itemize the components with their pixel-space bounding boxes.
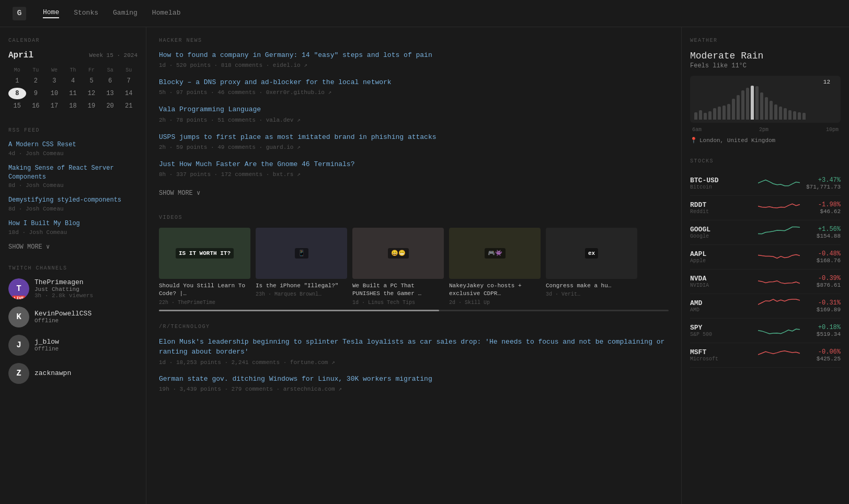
- hn-item-title[interactable]: Just How Much Faster Are the Gnome 46 Te…: [159, 160, 669, 169]
- rss-show-more[interactable]: SHOW MORE ∨: [8, 243, 50, 251]
- hn-item-meta: 1d · 520 points · 818 comments · eidel.i…: [159, 62, 669, 68]
- stock-item[interactable]: SPY S&P 500 +0.18% $519.34: [690, 319, 841, 343]
- twitch-channel-viewers: 3h · 2.8k viewers: [35, 292, 137, 299]
- twitch-channel-name: ThePrimeagen: [35, 278, 137, 286]
- video-thumbnail: IS IT WORTH IT?: [159, 228, 250, 279]
- hn-item-title[interactable]: Blocky – a DNS proxy and ad-blocker for …: [159, 78, 669, 87]
- calendar-day[interactable]: 7: [120, 75, 137, 87]
- calendar-day[interactable]: 1: [8, 75, 26, 87]
- calendar-day[interactable]: 6: [101, 75, 119, 87]
- calendar-day[interactable]: 10: [45, 88, 63, 99]
- stock-name: S&P 500: [690, 332, 754, 337]
- stock-item[interactable]: BTC-USD Bitcoin +3.47% $71,771.73: [690, 171, 841, 196]
- video-thumbnail: 😄😬: [352, 228, 444, 279]
- stock-change: -0.31%: [804, 299, 841, 307]
- video-title: Is the iPhone "Illegal?": [256, 282, 347, 290]
- calendar-day[interactable]: 15: [8, 100, 26, 112]
- twitch-channel-item[interactable]: K KevinPowellCSS Offline: [8, 307, 137, 327]
- rss-item-title[interactable]: Making Sense of React Server Components: [8, 164, 137, 182]
- twitch-channel-game: Just Chatting: [35, 286, 137, 292]
- stock-item[interactable]: MSFT Microsoft -0.06% $425.25: [690, 343, 841, 368]
- twitch-channel-item[interactable]: J j_blow Offline: [8, 335, 137, 356]
- video-thumbnail: ex: [546, 228, 637, 279]
- calendar-day[interactable]: 18: [64, 100, 82, 112]
- rss-item: A Modern CSS Reset 4d · Josh Comeau: [8, 140, 137, 157]
- nav-home[interactable]: Home: [43, 8, 59, 18]
- nav-homelab[interactable]: Homelab: [152, 9, 181, 18]
- calendar-day[interactable]: 16: [27, 100, 45, 112]
- calendar-day[interactable]: 13: [101, 88, 119, 99]
- calendar-day[interactable]: 9: [27, 88, 45, 99]
- video-meta: 22h · ThePrimeTime: [159, 300, 250, 306]
- calendar-day[interactable]: 19: [83, 100, 100, 112]
- weather-time-6am: 6am: [692, 127, 702, 133]
- nav-gaming[interactable]: Gaming: [113, 9, 137, 18]
- video-title: Should You Still Learn To Code? |…: [159, 282, 250, 298]
- weather-bar: [802, 113, 806, 120]
- stock-price: $519.34: [804, 331, 841, 337]
- weather-bar: [779, 107, 782, 120]
- weather-current-time: 12: [823, 79, 830, 85]
- hn-item-title[interactable]: How to found a company in Germany: 14 "e…: [159, 51, 669, 60]
- stock-item[interactable]: AMD AMD -0.31% $169.89: [690, 294, 841, 319]
- stock-name: Google: [690, 233, 754, 239]
- calendar-day[interactable]: 17: [45, 100, 63, 112]
- calendar-day[interactable]: 12: [83, 88, 100, 99]
- video-meta: 3d · Verit…: [546, 291, 637, 297]
- calendar-day[interactable]: 21: [120, 100, 137, 112]
- video-thumb-overlay: 😄😬: [352, 228, 444, 279]
- stock-sparkline: [758, 323, 800, 338]
- rss-item-title[interactable]: A Modern CSS Reset: [8, 140, 137, 149]
- stock-values: +3.47% $71,771.73: [804, 177, 841, 190]
- twitch-channel-item[interactable]: Z zacknawpn: [8, 363, 137, 384]
- weather-bar: [760, 92, 763, 120]
- stocks-section: STOCKS BTC-USD Bitcoin +3.47% $71,771.73…: [690, 158, 841, 368]
- calendar-day[interactable]: 3: [45, 75, 63, 87]
- stock-item[interactable]: NVDA NVIDIA -0.39% $876.61: [690, 269, 841, 294]
- video-card[interactable]: 🎮👾 NakeyJakey co-hosts + exclusive CDPR……: [449, 228, 541, 306]
- stock-item[interactable]: GOOGL Google +1.56% $154.88: [690, 220, 841, 245]
- twitch-avatar: J: [8, 335, 29, 356]
- calendar-day[interactable]: 14: [120, 88, 137, 99]
- stock-sparkline: [758, 200, 800, 216]
- stock-name: Reddit: [690, 209, 754, 215]
- calendar-day[interactable]: 20: [101, 100, 119, 112]
- rss-item-title[interactable]: How I Built My Blog: [8, 219, 137, 228]
- reddit-item-title[interactable]: Elon Musk's leadership beginning to spli…: [159, 337, 669, 357]
- video-card[interactable]: 😄😬 We Built a PC That PUNISHES the Gamer…: [352, 228, 444, 306]
- video-thumb-text: 😄😬: [388, 248, 409, 259]
- videos-scrollbar[interactable]: [159, 310, 669, 311]
- twitch-channel-item[interactable]: T LIVE ThePrimeagen Just Chatting 3h · 2…: [8, 278, 137, 299]
- stock-item[interactable]: RDDT Reddit -1.98% $46.62: [690, 196, 841, 220]
- stock-sparkline: [758, 298, 800, 314]
- hn-item-title[interactable]: Vala Programming Language: [159, 105, 669, 114]
- rss-item-title[interactable]: Demystifying styled-components: [8, 196, 137, 205]
- weather-bar: [746, 88, 749, 120]
- hn-section: HACKER NEWS How to found a company in Ge…: [159, 38, 669, 199]
- calendar-day[interactable]: 4: [64, 75, 82, 87]
- video-thumb-overlay: 🎮👾: [449, 228, 541, 279]
- stock-info: AMD AMD: [690, 299, 754, 313]
- stock-info: SPY S&P 500: [690, 324, 754, 337]
- reddit-item-title[interactable]: German state gov. ditching Windows for L…: [159, 374, 669, 384]
- weather-section: WEATHER Moderate Rain Feels like 11°C 12…: [690, 38, 841, 144]
- calendar-day[interactable]: 11: [64, 88, 82, 99]
- rss-section-title: RSS FEED: [8, 127, 137, 133]
- calendar-day[interactable]: 8: [8, 88, 26, 99]
- nav-stonks[interactable]: Stonks: [74, 9, 98, 18]
- weather-bar: [774, 104, 777, 120]
- hn-item: Blocky – a DNS proxy and ad-blocker for …: [159, 78, 669, 96]
- stock-ticker: AAPL: [690, 250, 754, 258]
- hn-item-title[interactable]: USPS jumps to first place as most imitat…: [159, 133, 669, 142]
- video-card[interactable]: 📱 Is the iPhone "Illegal?" 23h · Marques…: [256, 228, 347, 306]
- twitch-avatar-letter: J: [8, 335, 29, 356]
- twitch-avatar: Z: [8, 363, 29, 384]
- stock-ticker: RDDT: [690, 201, 754, 209]
- calendar-day[interactable]: 5: [83, 75, 100, 87]
- video-card[interactable]: IS IT WORTH IT? Should You Still Learn T…: [159, 228, 250, 306]
- weather-bar: [732, 99, 735, 120]
- video-card[interactable]: ex Congress make a hu… 3d · Verit…: [546, 228, 637, 306]
- hn-show-more[interactable]: SHOW MORE ∨: [159, 187, 200, 199]
- stock-item[interactable]: AAPL Apple -0.48% $168.76: [690, 245, 841, 269]
- calendar-day[interactable]: 2: [27, 75, 45, 87]
